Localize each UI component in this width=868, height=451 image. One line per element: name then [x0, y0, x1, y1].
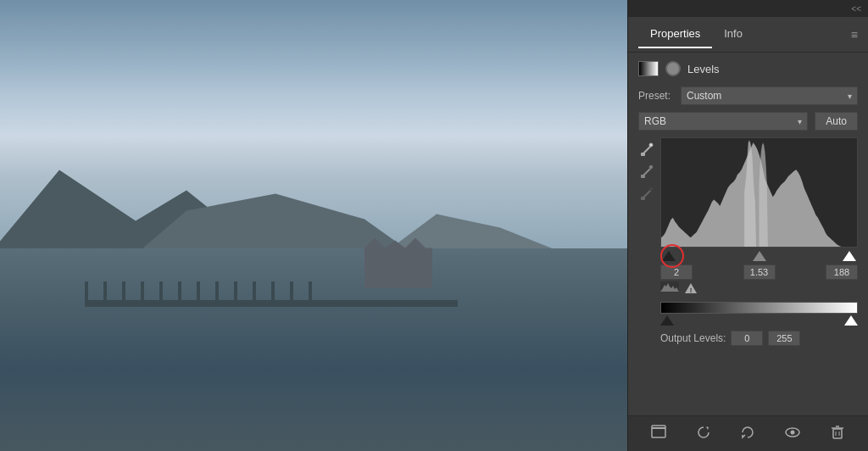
properties-panel: << Properties Info ≡ Levels Preset: Cust… [627, 0, 868, 451]
preset-row: Preset: Custom ▾ [638, 86, 858, 105]
collapse-button[interactable]: << [851, 4, 861, 14]
add-adjustment-icon[interactable] [646, 421, 671, 447]
channel-row: RGB ▾ Auto [638, 112, 858, 131]
delete-adjustment-icon[interactable] [825, 421, 850, 447]
svg-point-16 [791, 430, 795, 434]
midtone-slider[interactable] [753, 251, 766, 261]
input-values-row [660, 264, 858, 280]
levels-histogram-icon [638, 61, 659, 76]
output-gradient-bar [660, 302, 858, 314]
svg-rect-14 [652, 427, 665, 429]
output-black-slider[interactable] [660, 315, 674, 326]
histogram-container: ! Output Levels: [638, 137, 858, 346]
channel-arrow-icon: ▾ [798, 117, 802, 126]
output-white-value[interactable] [768, 331, 800, 346]
channel-value: RGB [644, 115, 666, 127]
histogram-wrapper: ! Output Levels: [660, 137, 858, 346]
window-bar: << [628, 0, 868, 17]
output-levels-label: Output Levels: [660, 332, 726, 344]
sample-midtone-icon[interactable] [638, 163, 655, 180]
sample-point-icon[interactable] [638, 141, 655, 158]
white-point-slider[interactable] [843, 251, 856, 261]
panel-header: Properties Info ≡ [628, 17, 868, 53]
sample-black-icon[interactable] [638, 185, 655, 202]
input-sliders-row [660, 248, 858, 263]
tab-info[interactable]: Info [712, 20, 754, 48]
svg-rect-7 [641, 197, 645, 200]
svg-rect-1 [641, 153, 645, 156]
svg-line-0 [643, 146, 651, 153]
channel-dropdown[interactable]: RGB ▾ [638, 112, 808, 131]
black-point-slider-wrapper [662, 251, 676, 261]
midtone-value[interactable] [743, 264, 776, 280]
photo-water [0, 248, 627, 451]
output-white-slider[interactable] [844, 315, 858, 326]
red-circle-highlight [660, 244, 684, 268]
toggle-visibility-icon[interactable] [780, 421, 805, 447]
bridge-pillars [85, 281, 458, 307]
svg-point-2 [649, 143, 653, 147]
output-gradient-container [660, 302, 858, 327]
svg-text:!: ! [690, 287, 693, 294]
black-point-slider[interactable] [662, 251, 676, 261]
reset-to-adjustment-icon[interactable] [691, 421, 716, 447]
photo-mountains [0, 126, 627, 262]
histogram-svg [661, 138, 857, 247]
photo-canvas [0, 0, 627, 451]
preset-value: Custom [687, 90, 721, 102]
output-levels-row: Output Levels: [660, 331, 858, 346]
histogram-icon [660, 281, 679, 298]
preset-arrow-icon: ▾ [848, 92, 852, 101]
output-black-value[interactable] [731, 331, 763, 346]
levels-header: Levels [638, 61, 858, 76]
panel-content: Levels Preset: Custom ▾ RGB ▾ Auto [628, 53, 868, 415]
histogram-tools [638, 137, 655, 346]
output-slider-row [660, 314, 858, 327]
svg-line-3 [643, 168, 651, 175]
preset-label: Preset: [638, 90, 674, 102]
adjustment-layer-icon [665, 61, 681, 76]
reset-adjustment-icon[interactable] [735, 421, 760, 447]
levels-title: Levels [687, 63, 720, 75]
svg-line-6 [643, 190, 651, 198]
svg-rect-17 [833, 429, 842, 438]
tab-properties[interactable]: Properties [638, 20, 712, 48]
panel-toolbar [628, 415, 868, 451]
histogram-chart [660, 137, 858, 248]
panel-menu-icon[interactable]: ≡ [851, 28, 858, 42]
auto-button[interactable]: Auto [815, 112, 858, 131]
warning-row: ! [660, 281, 858, 298]
svg-rect-4 [641, 175, 645, 178]
svg-point-5 [649, 165, 653, 169]
svg-point-8 [649, 187, 653, 191]
preset-dropdown[interactable]: Custom ▾ [681, 86, 858, 105]
warning-triangle-icon: ! [684, 282, 698, 298]
white-point-value[interactable] [826, 264, 858, 280]
